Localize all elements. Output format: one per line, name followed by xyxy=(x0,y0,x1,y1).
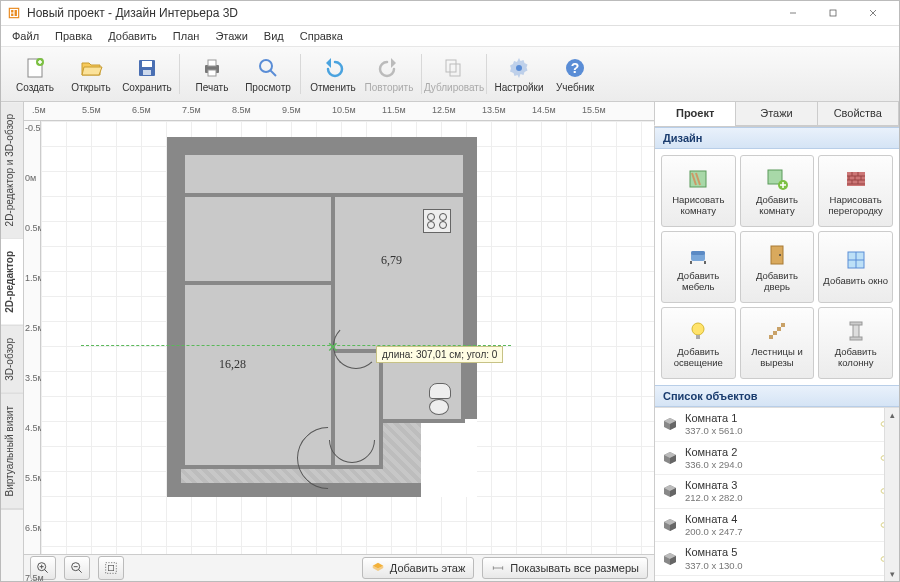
add-room-button[interactable]: Добавить комнату xyxy=(740,155,815,227)
toolbar-label: Просмотр xyxy=(245,82,291,93)
right-tabs: ПроектЭтажиСвойства xyxy=(655,102,899,127)
ruler-tick: -0.5 xyxy=(25,123,41,133)
view-tab-1[interactable]: 2D-редактор xyxy=(1,239,23,326)
cube-icon xyxy=(661,516,679,534)
redo-icon xyxy=(377,56,401,80)
tool-label: Добавить колонну xyxy=(821,346,890,368)
scroll-down-icon[interactable]: ▾ xyxy=(885,567,899,581)
zoom-out-button[interactable] xyxy=(64,556,90,580)
show-dimensions-button[interactable]: Показывать все размеры xyxy=(482,557,648,579)
ruler-tick: 15.5м xyxy=(582,105,606,115)
draw-wall-icon xyxy=(844,167,868,191)
view-tab-3[interactable]: Виртуальный визит xyxy=(1,394,23,510)
object-item[interactable]: Комната 4200.0 x 247.7 xyxy=(655,509,899,543)
guide-marker: ✕ xyxy=(327,339,339,355)
show-dims-label: Показывать все размеры xyxy=(510,562,639,574)
menu-этажи[interactable]: Этажи xyxy=(208,29,254,43)
undo-button[interactable]: Отменить xyxy=(305,56,361,93)
add-room-icon xyxy=(765,167,789,191)
measurement-tooltip: длина: 307,01 см; угол: 0 xyxy=(376,346,503,363)
ruler-tick: 11.5м xyxy=(382,105,406,115)
object-item[interactable]: Комната 5337.0 x 130.0 xyxy=(655,542,899,576)
close-button[interactable] xyxy=(853,1,893,25)
cube-icon xyxy=(661,580,679,581)
right-tab-свойства[interactable]: Свойства xyxy=(817,101,899,126)
add-floor-button[interactable]: Добавить этаж xyxy=(362,557,474,579)
tool-label: Добавить комнату xyxy=(743,194,812,216)
toolbar-label: Печать xyxy=(196,82,229,93)
maximize-button[interactable] xyxy=(813,1,853,25)
add-furn-button[interactable]: Добавить мебель xyxy=(661,231,736,303)
view-tab-2[interactable]: 3D-обзор xyxy=(1,326,23,394)
right-tab-проект[interactable]: Проект xyxy=(654,101,736,126)
window-title: Новый проект - Дизайн Интерьера 3D xyxy=(27,6,773,20)
app-icon xyxy=(7,6,21,20)
ruler-tick: 7.5м xyxy=(182,105,201,115)
object-item[interactable]: Комната 1337.0 x 561.0 xyxy=(655,408,899,442)
object-name: Комната 1 xyxy=(685,412,871,425)
minimize-button[interactable] xyxy=(773,1,813,25)
floorplan-canvas[interactable]: ✕ 6,79 xyxy=(41,121,654,554)
settings-button[interactable]: Настройки xyxy=(491,56,547,93)
draw-room-button[interactable]: Нарисовать комнату xyxy=(661,155,736,227)
object-name: Комната 3 xyxy=(685,479,871,492)
object-name: Комната 4 xyxy=(685,513,871,526)
column-button[interactable]: Добавить колонну xyxy=(818,307,893,379)
ruler-tick: 8.5м xyxy=(232,105,251,115)
scrollbar[interactable]: ▴ ▾ xyxy=(884,408,899,581)
ruler-tick: .5м xyxy=(32,105,46,115)
design-tools-grid: Нарисовать комнатуДобавить комнатуНарисо… xyxy=(655,149,899,385)
save-button[interactable]: Сохранить xyxy=(119,56,175,93)
object-dimensions: 337.0 x 130.0 xyxy=(685,560,871,571)
right-tab-этажи[interactable]: Этажи xyxy=(735,101,817,126)
object-item[interactable]: Комната 2336.0 x 294.0 xyxy=(655,442,899,476)
menu-вид[interactable]: Вид xyxy=(257,29,291,43)
tool-label: Нарисовать комнату xyxy=(664,194,733,216)
tool-label: Добавить дверь xyxy=(743,270,812,292)
cube-icon xyxy=(661,550,679,568)
draw-wall-button[interactable]: Нарисовать перегородку xyxy=(818,155,893,227)
ruler-tick: 14.5м xyxy=(532,105,556,115)
help-button[interactable]: Учебник xyxy=(547,56,603,93)
object-item[interactable]: Комната 3212.0 x 282.0 xyxy=(655,475,899,509)
menu-план[interactable]: План xyxy=(166,29,207,43)
add-window-icon xyxy=(844,248,868,272)
preview-icon xyxy=(256,56,280,80)
toolbar-label: Учебник xyxy=(556,82,594,93)
menu-справка[interactable]: Справка xyxy=(293,29,350,43)
add-window-button[interactable]: Добавить окно xyxy=(818,231,893,303)
stairs-icon xyxy=(765,319,789,343)
scroll-up-icon[interactable]: ▴ xyxy=(885,408,899,422)
cube-icon xyxy=(661,449,679,467)
open-button[interactable]: Открыть xyxy=(63,56,119,93)
stairs-button[interactable]: Лестницы и вырезы xyxy=(740,307,815,379)
undo-icon xyxy=(321,56,345,80)
toolbar-label: Настройки xyxy=(494,82,543,93)
add-door-icon xyxy=(765,243,789,267)
print-icon xyxy=(200,56,224,80)
zoom-fit-button[interactable] xyxy=(98,556,124,580)
cube-icon xyxy=(661,482,679,500)
menu-добавить[interactable]: Добавить xyxy=(101,29,164,43)
object-list[interactable]: ▴ ▾ Комната 1337.0 x 561.0Комната 2336.0… xyxy=(655,407,899,581)
view-tab-0[interactable]: 2D-редактор и 3D-обзор xyxy=(1,102,23,239)
tool-label: Добавить освещение xyxy=(664,346,733,368)
tool-label: Лестницы и вырезы xyxy=(743,346,812,368)
right-panel: ПроектЭтажиСвойства Дизайн Нарисовать ко… xyxy=(655,102,899,581)
object-item[interactable]: Комната 6 xyxy=(655,576,899,581)
print-button[interactable]: Печать xyxy=(184,56,240,93)
toolbar-label: Отменить xyxy=(310,82,356,93)
ruler-horizontal: .5м5.5м6.5м7.5м8.5м9.5м10.5м11.5м12.5м13… xyxy=(24,102,654,121)
settings-icon xyxy=(507,56,531,80)
add-light-icon xyxy=(686,319,710,343)
ruler-tick: 12.5м xyxy=(432,105,456,115)
tool-label: Добавить окно xyxy=(823,275,888,286)
add-light-button[interactable]: Добавить освещение xyxy=(661,307,736,379)
create-button[interactable]: Создать xyxy=(7,56,63,93)
preview-button[interactable]: Просмотр xyxy=(240,56,296,93)
layers-icon xyxy=(371,561,385,575)
menu-файл[interactable]: Файл xyxy=(5,29,46,43)
duplicate-icon xyxy=(442,56,466,80)
menu-правка[interactable]: Правка xyxy=(48,29,99,43)
add-door-button[interactable]: Добавить дверь xyxy=(740,231,815,303)
